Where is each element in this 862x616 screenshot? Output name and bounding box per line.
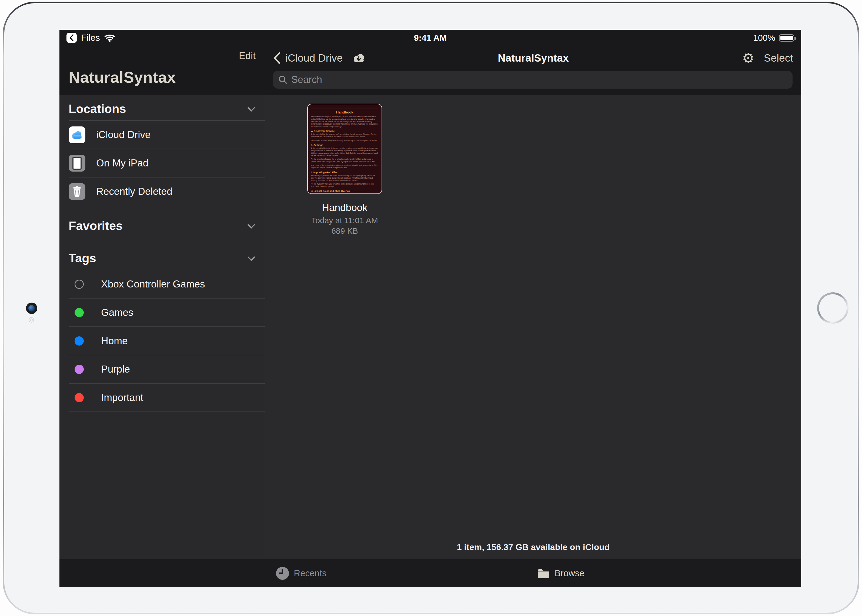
divider	[311, 108, 378, 109]
file-browser-content: Handbook Welcome to Natural Syntax, with…	[265, 95, 801, 559]
wifi-icon	[104, 34, 115, 42]
tag-label: Games	[101, 307, 133, 318]
battery-percentage: 100%	[753, 33, 775, 43]
sidebar-item-label: Recently Deleted	[96, 186, 172, 197]
front-camera	[26, 303, 37, 314]
file-size: 689 KB	[307, 226, 382, 236]
home-button-inner	[819, 294, 846, 322]
search-row	[265, 70, 801, 95]
chevron-down-icon	[247, 253, 255, 261]
sidebar-section-locations[interactable]: Locations	[60, 97, 265, 120]
sidebar-item-on-my-ipad[interactable]: On My iPad	[60, 149, 265, 177]
file-modified-date: Today at 11:01 AM	[307, 216, 382, 225]
doc-paragraph: You can import your own ePub files into …	[311, 174, 379, 182]
tag-label: Important	[101, 392, 143, 403]
doc-paragraph: At the top left of the file browser, you…	[311, 133, 379, 138]
icloud-drive-icon	[69, 126, 85, 143]
tab-browse[interactable]: Browse	[538, 559, 585, 587]
file-thumbnail: Handbook Welcome to Natural Syntax, with…	[307, 104, 382, 194]
files-app-screen: Files 9:41 AM 100% Edit	[60, 30, 801, 587]
search-field[interactable]	[273, 71, 793, 89]
sidebar-title: NaturalSyntax	[69, 68, 176, 86]
app-body: Edit NaturalSyntax Locations	[60, 46, 801, 559]
back-to-app-label: Files	[81, 33, 100, 43]
doc-heading: ☁Discovery Service	[311, 130, 379, 132]
sidebar-item-tag-xbox-controller-games[interactable]: Xbox Controller Games	[60, 270, 265, 298]
search-icon	[278, 75, 288, 84]
icloud-download-icon[interactable]	[351, 52, 367, 64]
doc-paragraph: Pro tip: a number of people like to setu…	[311, 158, 379, 163]
gear-icon: ⚙	[311, 144, 313, 146]
navigation-bar: iCloud Drive NaturalSyntax ⚙	[265, 46, 801, 70]
import-icon: ⇩	[311, 171, 313, 174]
back-to-app-badge	[66, 33, 77, 43]
settings-gear-button[interactable]: ⚙	[742, 51, 755, 65]
tag-color-dot	[75, 308, 84, 317]
tag-color-dot	[75, 393, 84, 402]
tab-bar: Recents Browse	[60, 559, 801, 587]
battery-icon	[779, 34, 794, 42]
screenshot-canvas: Files 9:41 AM 100% Edit	[0, 0, 862, 616]
doc-paragraph: While you're reading your book, you can …	[311, 193, 379, 194]
doc-heading: ⇩Importing ePub Files	[311, 171, 379, 174]
home-button[interactable]	[817, 292, 848, 324]
sidebar-item-icloud-drive[interactable]: iCloud Drive	[60, 121, 265, 149]
ipad-device-icon	[69, 155, 85, 171]
tab-recents-label: Recents	[294, 568, 326, 578]
back-to-files-button[interactable]: Files	[66, 33, 115, 43]
sidebar-item-label: iCloud Drive	[96, 129, 151, 140]
sidebar-item-tag-important[interactable]: Important	[60, 383, 265, 412]
sidebar-item-label: On My iPad	[96, 157, 148, 169]
status-battery-group: 100%	[753, 30, 794, 46]
tab-browse-label: Browse	[555, 568, 585, 578]
status-time: 9:41 AM	[414, 33, 447, 43]
sidebar: Edit NaturalSyntax Locations	[60, 46, 265, 559]
file-item-handbook[interactable]: Handbook Welcome to Natural Syntax, with…	[307, 104, 382, 236]
cloud-icon: ☁	[311, 130, 313, 132]
document-preview: Handbook Welcome to Natural Syntax, with…	[308, 104, 382, 194]
doc-paragraph: Pro tip: If you only have your ePub file…	[311, 183, 379, 188]
sidebar-item-tag-games[interactable]: Games	[60, 299, 265, 326]
doc-heading: ▤Lexical Color and Style Overlay	[311, 190, 379, 192]
sidebar-item-tag-purple[interactable]: Purple	[60, 355, 265, 383]
sidebar-header: Edit NaturalSyntax	[60, 46, 265, 95]
sidebar-item-recently-deleted[interactable]: Recently Deleted	[60, 178, 265, 205]
locations-header-label: Locations	[69, 102, 126, 116]
chevron-down-icon	[247, 221, 255, 229]
sidebar-section-favorites[interactable]: Favorites	[60, 215, 265, 237]
doc-title: Handbook	[311, 110, 379, 114]
tag-color-dot	[75, 336, 84, 346]
tags-header-label: Tags	[69, 251, 96, 265]
doc-paragraph: Note: some of the customization options …	[311, 164, 379, 169]
folder-icon	[538, 568, 550, 578]
chevron-left-icon	[274, 52, 280, 64]
file-name: Handbook	[307, 202, 382, 214]
doc-paragraph: Welcome to Natural Syntax, within it you…	[311, 116, 379, 128]
nav-actions: ⚙ Select	[742, 51, 793, 65]
select-button[interactable]: Select	[764, 52, 793, 64]
storage-status: 1 item, 156.37 GB available on iCloud	[265, 542, 801, 552]
trash-icon	[69, 183, 85, 200]
sidebar-section-tags[interactable]: Tags	[60, 247, 265, 270]
chevron-left-icon	[69, 34, 75, 42]
back-button-label: iCloud Drive	[285, 52, 343, 64]
tag-label: Xbox Controller Games	[101, 278, 205, 290]
divider	[69, 412, 265, 412]
status-bar: Files 9:41 AM 100%	[60, 30, 801, 46]
tag-color-dot	[75, 280, 84, 289]
doc-heading: ⚙Settings	[311, 144, 379, 146]
chevron-down-icon	[247, 104, 255, 112]
back-button[interactable]: iCloud Drive	[274, 52, 367, 64]
search-input[interactable]	[273, 71, 793, 89]
overlay-icon: ▤	[311, 190, 313, 192]
page-title: NaturalSyntax	[498, 52, 569, 64]
edit-button[interactable]: Edit	[239, 50, 256, 61]
favorites-header-label: Favorites	[69, 219, 123, 233]
tab-recents[interactable]: Recents	[276, 559, 326, 587]
clock-icon	[276, 567, 289, 580]
doc-paragraph: At the top right of both the file browse…	[311, 147, 379, 157]
sidebar-item-tag-home[interactable]: Home	[60, 327, 265, 355]
main-panel: iCloud Drive NaturalSyntax ⚙	[265, 46, 801, 559]
tag-label: Home	[101, 335, 128, 347]
tag-color-dot	[75, 365, 84, 374]
